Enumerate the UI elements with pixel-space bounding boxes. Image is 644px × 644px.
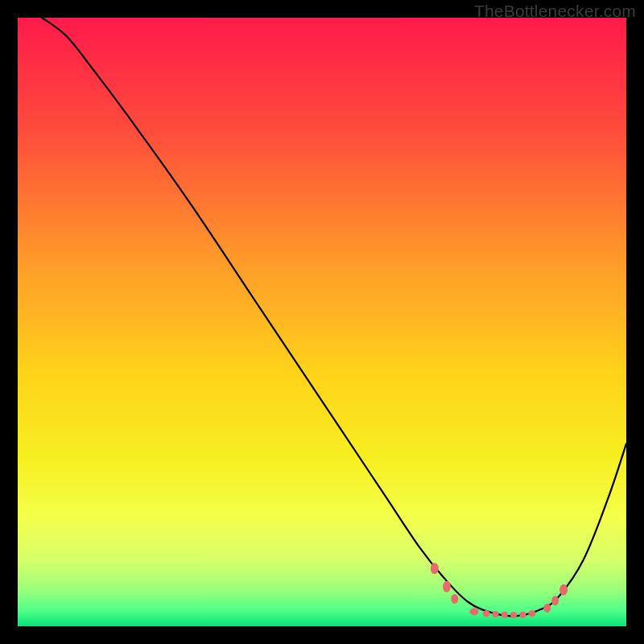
marker-dot [483, 610, 490, 617]
watermark-text: TheBottlenecker.com [474, 2, 636, 21]
marker-dot [451, 594, 458, 604]
marker-dot [431, 563, 439, 574]
marker-dot [492, 611, 498, 617]
marker-dot [443, 581, 451, 592]
marker-dot [502, 612, 508, 618]
marker-dot [551, 596, 559, 605]
marker-dot [519, 612, 526, 618]
marker-dot [543, 604, 551, 613]
gradient-background [18, 18, 626, 626]
marker-dot [528, 610, 535, 617]
marker-dot [470, 608, 479, 615]
marker-dot [559, 584, 568, 596]
bottleneck-chart [18, 18, 626, 626]
marker-dot [510, 612, 517, 618]
